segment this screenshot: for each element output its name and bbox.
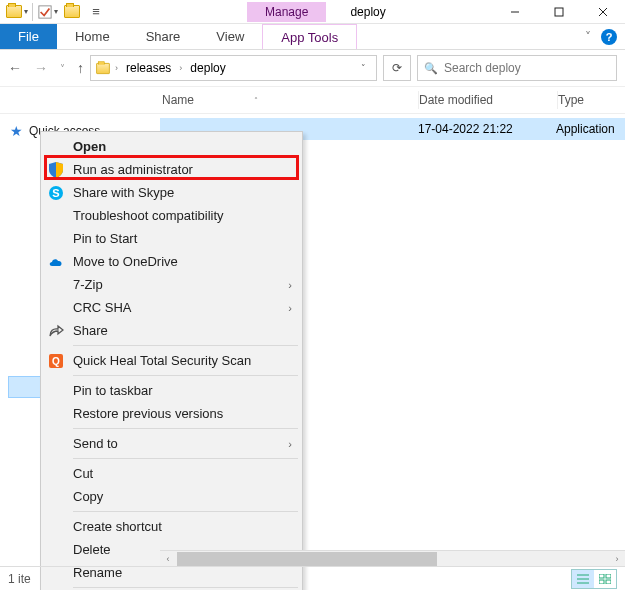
ctx-cut[interactable]: Cut	[43, 462, 300, 485]
ctx-sendto[interactable]: Send to›	[43, 432, 300, 455]
address-bar[interactable]: › releases › deploy ˅	[90, 55, 377, 81]
scroll-left-button[interactable]: ‹	[160, 554, 176, 564]
qat-properties-button[interactable]: ▾	[37, 2, 59, 22]
search-input[interactable]: 🔍 Search deploy	[417, 55, 617, 81]
recent-locations-button[interactable]: ˅	[60, 63, 65, 74]
folder-icon	[64, 5, 80, 18]
contextual-tab-header: Manage	[247, 5, 326, 19]
skype-icon: S	[47, 184, 65, 202]
folder-icon	[96, 62, 110, 73]
svg-rect-12	[599, 574, 604, 578]
file-tab[interactable]: File	[0, 24, 57, 49]
ctx-troubleshoot[interactable]: Troubleshoot compatibility	[43, 204, 300, 227]
view-mode-switcher	[571, 569, 617, 589]
chevron-right-icon[interactable]: ›	[179, 63, 182, 73]
tab-view[interactable]: View	[198, 24, 262, 49]
help-button[interactable]: ?	[601, 29, 617, 45]
ctx-pin-start[interactable]: Pin to Start	[43, 227, 300, 250]
navigation-bar: ← → ˅ ↑ › releases › deploy ˅ ⟳ 🔍 Search…	[0, 50, 625, 86]
breadcrumb[interactable]: releases	[122, 59, 175, 77]
ctx-7zip[interactable]: 7-Zip›	[43, 273, 300, 296]
ctx-restore[interactable]: Restore previous versions	[43, 402, 300, 425]
search-placeholder: Search deploy	[444, 61, 521, 75]
context-menu: Open Run as administrator S Share with S…	[40, 131, 303, 590]
column-type[interactable]: Type	[558, 93, 625, 107]
qat-new-folder-button[interactable]	[61, 2, 83, 22]
close-button[interactable]	[581, 0, 625, 24]
column-name[interactable]: Name˄	[160, 93, 418, 107]
ctx-skype[interactable]: S Share with Skype	[43, 181, 300, 204]
maximize-button[interactable]	[537, 0, 581, 24]
ctx-onedrive[interactable]: Move to OneDrive	[43, 250, 300, 273]
ctx-shortcut[interactable]: Create shortcut	[43, 515, 300, 538]
ribbon: File Home Share View App Tools ˅ ?	[0, 24, 625, 50]
svg-rect-14	[599, 580, 604, 584]
chevron-right-icon: ›	[288, 302, 292, 314]
back-button[interactable]: ←	[8, 60, 22, 76]
window-controls	[493, 0, 625, 24]
cell-type: Application	[556, 122, 615, 136]
ctx-run-as-admin[interactable]: Run as administrator	[43, 158, 300, 181]
scroll-right-button[interactable]: ›	[609, 554, 625, 564]
search-icon: 🔍	[424, 62, 438, 75]
ribbon-expand-button[interactable]: ˅	[585, 30, 591, 44]
column-header: Name˄ Date modified Type	[0, 86, 625, 114]
ctx-open[interactable]: Open	[43, 135, 300, 158]
title-bar: ▾ ▾ ≡ Manage deploy	[0, 0, 625, 24]
status-bar: 1 ite	[0, 566, 625, 590]
scroll-thumb[interactable]	[177, 552, 437, 566]
cell-date: 17-04-2022 21:22	[418, 122, 556, 136]
cloud-icon	[47, 253, 65, 271]
sort-indicator-icon: ˄	[254, 96, 258, 105]
tab-home[interactable]: Home	[57, 24, 128, 49]
ctx-share[interactable]: Share	[43, 319, 300, 342]
chevron-right-icon[interactable]: ›	[115, 63, 118, 73]
chevron-right-icon: ›	[288, 279, 292, 291]
horizontal-scrollbar[interactable]: ‹ ›	[160, 550, 625, 566]
forward-button: →	[34, 60, 48, 76]
ctx-quickheal[interactable]: Q Quick Heal Total Security Scan	[43, 349, 300, 372]
svg-rect-13	[606, 574, 611, 578]
tab-app-tools[interactable]: App Tools	[262, 24, 357, 49]
large-icons-view-button[interactable]	[594, 570, 616, 588]
details-view-button[interactable]	[572, 570, 594, 588]
window-title: deploy	[350, 5, 385, 19]
shield-icon	[47, 161, 65, 179]
svg-text:S: S	[52, 187, 59, 199]
minimize-button[interactable]	[493, 0, 537, 24]
quickheal-icon: Q	[47, 352, 65, 370]
status-text: 1 ite	[8, 572, 31, 586]
refresh-button[interactable]: ⟳	[383, 55, 411, 81]
ctx-pin-taskbar[interactable]: Pin to taskbar	[43, 379, 300, 402]
svg-rect-2	[555, 8, 563, 16]
chevron-right-icon: ›	[288, 438, 292, 450]
column-date[interactable]: Date modified	[419, 93, 557, 107]
breadcrumb[interactable]: deploy	[186, 59, 229, 77]
up-button[interactable]: ↑	[77, 60, 84, 76]
ctx-crc[interactable]: CRC SHA›	[43, 296, 300, 319]
folder-icon	[6, 5, 22, 18]
quick-access-toolbar: ▾ ▾ ≡	[0, 2, 107, 22]
share-icon	[47, 322, 65, 340]
qat-customize-button[interactable]: ≡	[85, 2, 107, 22]
svg-rect-15	[606, 580, 611, 584]
star-icon: ★	[10, 123, 23, 139]
app-icon[interactable]: ▾	[6, 2, 28, 22]
ctx-copy[interactable]: Copy	[43, 485, 300, 508]
address-dropdown[interactable]: ˅	[355, 63, 372, 73]
tab-share[interactable]: Share	[128, 24, 199, 49]
svg-text:Q: Q	[52, 356, 60, 367]
